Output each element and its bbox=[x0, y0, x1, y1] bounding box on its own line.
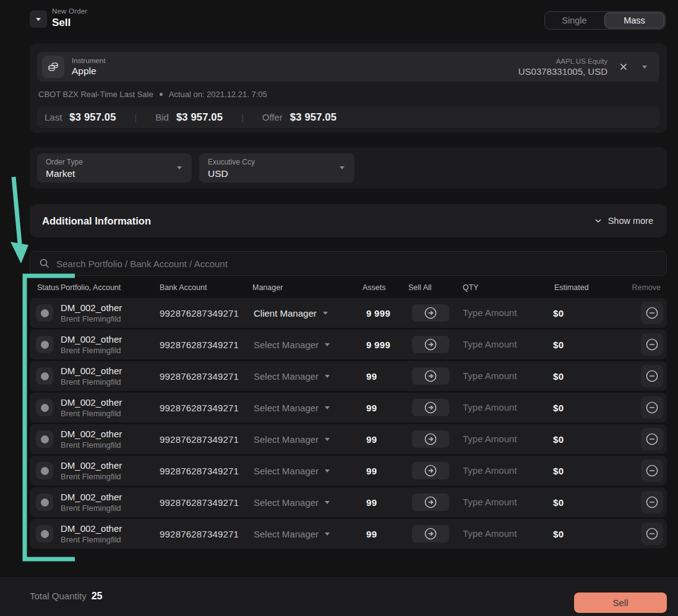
offer-label: Offer bbox=[262, 112, 283, 122]
price-divider: | bbox=[241, 113, 244, 122]
remove-button[interactable] bbox=[641, 333, 663, 356]
manager-value: Select Manager bbox=[254, 497, 319, 508]
sell-all-button[interactable] bbox=[412, 336, 449, 353]
sell-all-button[interactable] bbox=[412, 367, 449, 385]
table-row: DM_002_other Brent Flemingfild 992876287… bbox=[30, 361, 667, 391]
status-indicator bbox=[36, 336, 53, 353]
remove-button[interactable] bbox=[641, 523, 663, 545]
executive-ccy-value: USD bbox=[208, 168, 346, 179]
order-params-card: Order Type Market Exucutive Ccy USD bbox=[30, 147, 667, 189]
annotation-arrow-head bbox=[11, 242, 28, 263]
order-type-value: Market bbox=[46, 168, 183, 179]
bank-account-value: 992876287349271 bbox=[160, 529, 252, 539]
col-sell-all: Sell All bbox=[408, 283, 463, 292]
toggle-mass-button[interactable]: Mass bbox=[604, 12, 664, 28]
manager-select[interactable]: Client Manager bbox=[252, 308, 363, 319]
manager-select[interactable]: Select Manager bbox=[252, 340, 363, 350]
manager-select[interactable]: Select Manager bbox=[252, 529, 363, 539]
qty-input[interactable] bbox=[463, 528, 543, 539]
manager-select[interactable]: Select Manager bbox=[252, 434, 363, 445]
remove-button[interactable] bbox=[641, 302, 663, 324]
status-cell bbox=[30, 462, 61, 479]
bank-account-value: 992876287349271 bbox=[160, 371, 252, 382]
chevron-down-icon bbox=[323, 312, 328, 315]
qty-input[interactable] bbox=[463, 307, 543, 318]
qty-input[interactable] bbox=[463, 465, 543, 476]
sell-all-cell bbox=[408, 494, 463, 511]
circle-arrow-right-icon bbox=[424, 306, 437, 320]
qty-input[interactable] bbox=[463, 434, 543, 444]
circle-arrow-right-icon bbox=[424, 369, 437, 383]
col-portfolio-account: Portfolio, Account bbox=[61, 283, 160, 292]
manager-select[interactable]: Select Manager bbox=[252, 371, 363, 382]
table-row: DM_002_other Brent Flemingfild 992876287… bbox=[30, 487, 667, 517]
instrument-select-field[interactable]: Instrument Apple AAPL US Equity US037833… bbox=[37, 52, 659, 82]
remove-button[interactable] bbox=[641, 460, 663, 482]
status-indicator bbox=[36, 525, 53, 542]
sell-all-button[interactable] bbox=[412, 462, 449, 479]
remove-button[interactable] bbox=[641, 365, 663, 387]
qty-input[interactable] bbox=[463, 402, 543, 413]
show-more-button[interactable]: Show more bbox=[594, 216, 653, 226]
manager-select[interactable]: Select Manager bbox=[252, 403, 363, 413]
instrument-card: Instrument Apple AAPL US Equity US037833… bbox=[30, 43, 667, 133]
instrument-clear-button[interactable] bbox=[619, 62, 629, 72]
last-price: Last $3 957.05 bbox=[45, 111, 116, 123]
sell-all-button[interactable] bbox=[412, 525, 449, 542]
toggle-single-button[interactable]: Single bbox=[545, 12, 604, 29]
bank-account-value: 992876287349271 bbox=[160, 403, 252, 413]
sell-submit-button[interactable]: Sell bbox=[574, 592, 667, 613]
chevron-down-icon bbox=[594, 216, 603, 225]
footer-bar: Total Quantity 25 Sell bbox=[0, 576, 678, 616]
executive-ccy-select[interactable]: Exucutive Ccy USD bbox=[199, 153, 354, 182]
qty-cell bbox=[463, 370, 553, 382]
executive-ccy-label: Exucutive Ccy bbox=[208, 158, 346, 166]
remove-button[interactable] bbox=[641, 428, 663, 450]
sell-all-button[interactable] bbox=[412, 399, 449, 416]
portfolio-cell: DM_002_other Brent Flemingfild bbox=[61, 334, 160, 355]
col-remove: Remove bbox=[627, 283, 667, 292]
sell-all-button[interactable] bbox=[412, 430, 449, 448]
remove-button[interactable] bbox=[641, 396, 663, 419]
instrument-icon-box bbox=[42, 56, 64, 78]
table-row: DM_002_other Brent Flemingfild 992876287… bbox=[30, 424, 667, 454]
col-manager: Manager bbox=[252, 283, 363, 292]
status-dot-icon bbox=[41, 404, 49, 412]
circle-minus-icon bbox=[645, 401, 659, 414]
manager-select[interactable]: Select Manager bbox=[252, 466, 363, 476]
portfolio-owner: Brent Flemingfild bbox=[61, 314, 160, 323]
portfolio-cell: DM_002_other Brent Flemingfild bbox=[61, 366, 160, 387]
chevron-down-icon bbox=[325, 501, 330, 504]
qty-input[interactable] bbox=[463, 339, 543, 349]
sell-all-cell bbox=[408, 367, 463, 385]
portfolio-cell: DM_002_other Brent Flemingfild bbox=[61, 429, 160, 450]
circle-minus-icon bbox=[645, 464, 659, 477]
manager-select[interactable]: Select Manager bbox=[252, 497, 363, 508]
manager-value: Select Manager bbox=[254, 371, 319, 382]
offer-price: Offer $3 957.05 bbox=[262, 111, 337, 123]
portfolio-owner: Brent Flemingfild bbox=[61, 503, 160, 513]
table-body: DM_002_other Brent Flemingfild 992876287… bbox=[30, 298, 667, 550]
circle-arrow-right-icon bbox=[424, 464, 437, 477]
search-bar bbox=[30, 251, 667, 276]
estimated-value: $0 bbox=[553, 434, 627, 445]
chevron-down-icon bbox=[340, 166, 345, 169]
portfolio-cell: DM_002_other Brent Flemingfild bbox=[61, 397, 160, 418]
circle-arrow-right-icon bbox=[424, 495, 437, 509]
sell-all-button[interactable] bbox=[412, 494, 449, 511]
bid-price: Bid $3 957.05 bbox=[155, 111, 223, 123]
col-estimated: Estimated bbox=[553, 283, 627, 292]
qty-cell bbox=[463, 434, 553, 445]
order-type-select[interactable]: Order Type Market bbox=[37, 153, 192, 182]
qty-input[interactable] bbox=[463, 497, 543, 507]
search-input[interactable] bbox=[56, 259, 666, 269]
estimated-value: $0 bbox=[553, 371, 627, 382]
remove-button[interactable] bbox=[641, 491, 663, 513]
qty-input[interactable] bbox=[463, 370, 543, 381]
instrument-dropdown-button[interactable] bbox=[642, 66, 647, 69]
search-icon bbox=[39, 258, 50, 269]
remove-cell bbox=[627, 396, 667, 419]
order-side-dropdown-button[interactable] bbox=[30, 11, 47, 28]
portfolio-owner: Brent Flemingfild bbox=[61, 409, 160, 418]
sell-all-button[interactable] bbox=[412, 304, 449, 322]
